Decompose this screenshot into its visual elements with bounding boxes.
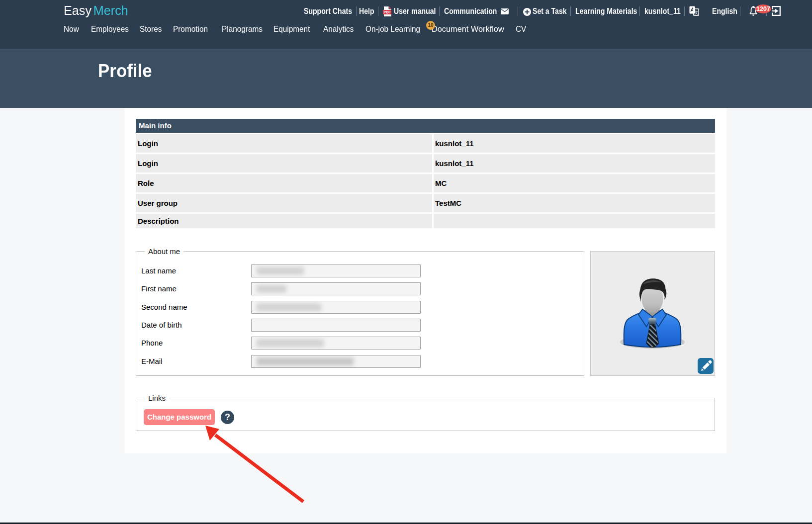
svg-text:文: 文 [694, 10, 699, 15]
svg-text:PDF: PDF [384, 10, 391, 14]
